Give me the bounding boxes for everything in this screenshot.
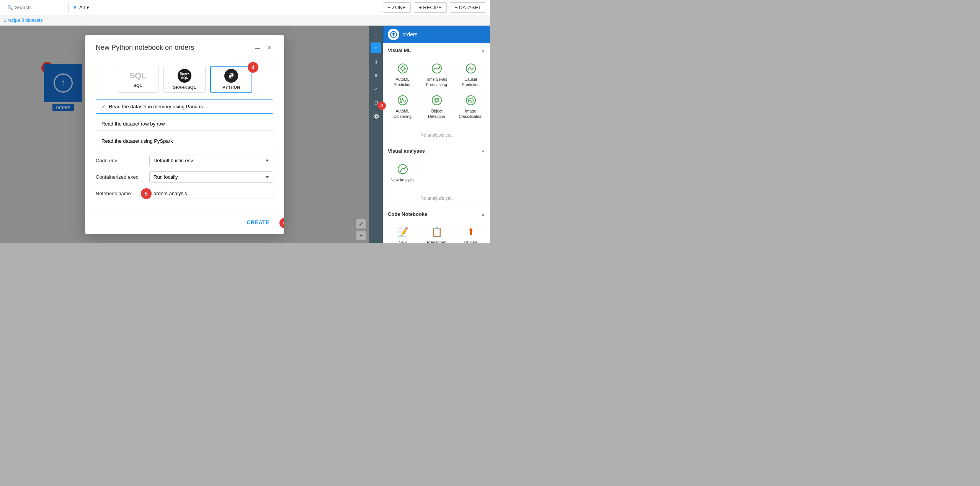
modal-footer: CREATE 6 — [85, 212, 284, 234]
collapse-notebooks-icon[interactable]: ▲ — [481, 212, 485, 217]
nav-history-icon[interactable]: ⏱ 2 — [371, 98, 381, 108]
step-badge-6: 6 — [279, 218, 284, 228]
visual-ml-label: Visual ML — [388, 47, 411, 53]
collapse-ml-icon[interactable]: ▲ — [481, 48, 485, 53]
time-series-item[interactable]: Time Series Forecasting — [420, 59, 453, 90]
notebook-name-label: Notebook name — [96, 191, 145, 196]
svg-point-9 — [398, 96, 407, 105]
sql-icon: SQL — [129, 71, 146, 81]
read-option-pyspark[interactable]: Read the dataset using PySpark — [96, 134, 273, 148]
new-notebook-item[interactable]: 📝 New 3 — [386, 223, 419, 243]
recipe-button[interactable]: + RECIPE — [414, 2, 447, 13]
datasets-link[interactable]: 3 datasets — [21, 18, 42, 23]
containerized-select[interactable]: Run locally — [149, 171, 273, 183]
code-notebooks-section: Code Notebooks ▲ 📝 New 3 📋 — [383, 207, 490, 243]
modal-header: New Python notebook on orders — ✕ — [85, 35, 284, 58]
svg-point-12 — [400, 101, 402, 103]
sparksql-option[interactable]: SparkSQL SPARKSQL — [163, 66, 206, 93]
nav-info-icon[interactable]: ℹ — [371, 56, 381, 67]
right-panel: orders Visual ML ▲ — [383, 26, 490, 243]
automl-clustering-icon — [396, 93, 410, 107]
nav-chat-icon[interactable]: 💬 — [371, 111, 381, 122]
panel-title: orders — [402, 31, 418, 38]
filter-button[interactable]: ▼ All ▾ — [68, 3, 93, 12]
nav-arrow-icon[interactable]: → — [371, 29, 381, 39]
predefined-template-item[interactable]: 📋 Predefined template — [420, 223, 453, 243]
visual-analyses-header: Visual analyses ▲ — [383, 144, 490, 157]
svg-rect-17 — [469, 99, 473, 102]
no-analysis-ml: No analysis yet. — [383, 126, 490, 144]
dropdown-arrow-icon: ▾ — [87, 5, 89, 10]
visual-analyses-label: Visual analyses — [388, 148, 425, 154]
create-button[interactable]: CREATE — [243, 217, 273, 228]
object-detection-label: Object Detection — [422, 109, 451, 119]
object-detection-icon — [430, 93, 444, 107]
dataset-button[interactable]: + DATASET — [450, 2, 486, 13]
new-analysis-icon — [396, 162, 410, 176]
visual-ml-section: Visual ML ▲ — [383, 44, 490, 144]
python-option[interactable]: PYTHON 4 — [210, 66, 252, 93]
visual-analyses-grid: New Analysis — [383, 157, 490, 190]
image-classification-item[interactable]: Image Classification — [454, 91, 487, 121]
panel-upload-icon — [388, 29, 399, 40]
collapse-analysis-icon[interactable]: ▲ — [481, 148, 485, 153]
automl-prediction-label: AutoML Prediction — [388, 77, 417, 87]
time-series-label: Time Series Forecasting — [422, 77, 451, 87]
code-env-select[interactable]: Default builtin env — [149, 155, 273, 166]
recipe-links: 1 recipe 3 datasets — [0, 15, 490, 26]
step-badge-2: 2 — [377, 101, 386, 110]
read-pyspark-label: Read the dataset using PySpark — [101, 138, 173, 144]
search-input[interactable] — [15, 5, 61, 10]
read-option-pandas[interactable]: ✓ Read the dataset in memory using Panda… — [96, 99, 273, 114]
step-badge-4: 4 — [248, 62, 258, 73]
step-badge-5: 5 — [141, 188, 152, 199]
close-button[interactable]: ✕ — [266, 44, 273, 52]
predefined-template-icon: 📋 — [430, 225, 443, 238]
object-detection-item[interactable]: Object Detection — [420, 91, 453, 121]
python-icon — [224, 69, 238, 83]
image-classification-label: Image Classification — [456, 109, 485, 119]
notebooks-grid: 📝 New 3 📋 Predefined template ⬆ — [383, 220, 490, 243]
automl-clustering-item[interactable]: AutoML Clustering — [386, 91, 419, 121]
sidebar-icon-nav: → ↑ ℹ ≡ ✓ ⏱ 2 💬 — [369, 26, 383, 243]
sql-label: SQL — [134, 83, 142, 88]
read-pandas-label: Read the dataset in memory using Pandas — [109, 104, 203, 109]
zone-button[interactable]: + ZONE — [383, 2, 411, 13]
nav-check-icon[interactable]: ✓ — [371, 84, 381, 95]
new-analysis-item[interactable]: New Analysis — [386, 160, 419, 185]
read-row-label: Read the dataset row by row — [101, 121, 165, 127]
containerized-label: Containerized exec — [96, 174, 145, 180]
svg-point-11 — [403, 100, 405, 102]
visual-analyses-section: Visual analyses ▲ New Analysis No analys… — [383, 144, 490, 208]
read-option-row[interactable]: Read the dataset row by row — [96, 117, 273, 131]
sql-option[interactable]: SQL SQL — [117, 66, 159, 93]
nav-upload-icon[interactable]: ↑ — [371, 42, 381, 53]
modal-header-actions: — ✕ — [253, 44, 273, 52]
ml-grid: AutoML Prediction Time Series Forecastin… — [383, 56, 490, 126]
svg-point-2 — [398, 64, 407, 73]
new-notebook-label: New — [399, 240, 407, 243]
causal-prediction-item[interactable]: Causal Prediction — [454, 59, 487, 90]
causal-prediction-icon — [464, 62, 478, 75]
new-analysis-label: New Analysis — [390, 178, 414, 183]
modal-overlay: New Python notebook on orders — ✕ SQL SQ… — [0, 26, 369, 243]
minimize-button[interactable]: — — [253, 44, 262, 52]
nav-list-icon[interactable]: ≡ — [371, 70, 381, 81]
recipe-link[interactable]: 1 recipe — [4, 18, 20, 23]
svg-point-13 — [432, 96, 441, 105]
code-notebooks-label: Code Notebooks — [388, 211, 427, 217]
engine-options: SQL SQL SparkSQL SPARKSQL — [96, 66, 273, 93]
check-icon: ✓ — [101, 104, 106, 109]
automl-prediction-item[interactable]: AutoML Prediction — [386, 59, 419, 90]
containerized-row: Containerized exec Run locally — [96, 171, 273, 183]
search-box[interactable]: 🔍 — [4, 3, 65, 12]
upload-notebook-label: Upload — [464, 240, 477, 243]
code-env-row: Code env Default builtin env — [96, 155, 273, 166]
visual-ml-header: Visual ML ▲ — [383, 44, 490, 56]
main-area: 1 ↑ orders ⤢ + New Python notebook on or… — [0, 26, 490, 243]
upload-notebook-item[interactable]: ⬆ Upload — [454, 223, 487, 243]
svg-rect-15 — [436, 99, 438, 101]
notebook-name-input[interactable] — [149, 188, 273, 199]
svg-point-10 — [400, 98, 403, 100]
top-bar: 🔍 ▼ All ▾ + ZONE + RECIPE + DATASET — [0, 0, 490, 15]
